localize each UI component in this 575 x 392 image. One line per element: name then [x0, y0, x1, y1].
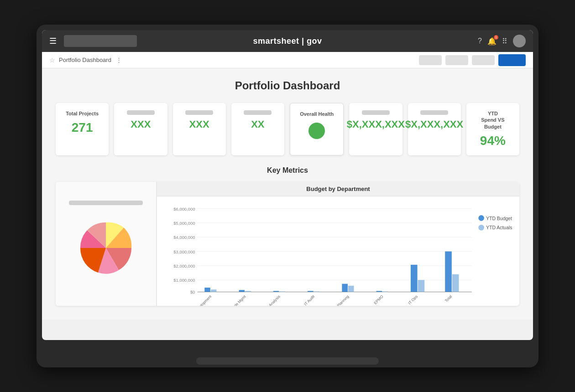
card-value-4: $X,XXX,XXX — [347, 119, 405, 130]
card-spend-1: $X,XXX,XXX — [349, 103, 402, 155]
apps-icon[interactable]: ⠿ — [502, 37, 507, 46]
card-placeholder-3 — [244, 110, 272, 115]
card-overall-health: Overall Health — [290, 103, 344, 155]
x-label-itaudit: IT Audit — [303, 294, 315, 306]
x-label-total: Total — [444, 294, 453, 303]
view-pill-1[interactable] — [419, 55, 442, 65]
bar-itops-actuals — [418, 280, 425, 292]
card-placeholder-5 — [420, 110, 448, 115]
svg-text:$0: $0 — [190, 289, 195, 294]
bar-appdev-budget — [204, 288, 210, 292]
x-label-appdev: Application Development — [179, 294, 213, 306]
hamburger-icon[interactable]: ☰ — [49, 36, 57, 46]
svg-text:$5,000,000: $5,000,000 — [173, 221, 195, 226]
card-value-5: $X,XXX,XXX — [405, 119, 463, 130]
bar-epmo-budget — [376, 291, 382, 292]
notification-badge: 1 — [494, 35, 498, 40]
card-label-total-projects: Total Projects — [66, 110, 99, 117]
breadcrumb: Portfolio Dashboard — [59, 57, 111, 63]
x-label-itops: IT Ops — [407, 294, 418, 305]
bar-chart-svg: $6,000,000 $5,000,000 $4,000,000 $3,000,… — [164, 204, 512, 306]
x-label-sys: Systems Analysis — [257, 294, 281, 306]
screen: ☰ smartsheet | gov ? 🔔 1 ⠿ ☆ Portfolio D… — [42, 30, 533, 340]
bar-itops-budget — [411, 265, 418, 292]
card-placeholder-4 — [362, 110, 390, 115]
svg-text:$1,000,000: $1,000,000 — [173, 278, 195, 283]
metrics-row: Total Projects 271 XXX XXX XX — [56, 103, 519, 155]
legend-budget-label: YTD Budget — [486, 216, 512, 221]
card-total-projects: Total Projects 271 — [56, 103, 109, 155]
monitor-stand-area — [42, 340, 533, 367]
bar-chart-title: Budget by Department — [157, 182, 519, 196]
topbar: ☰ smartsheet | gov ? 🔔 1 ⠿ — [42, 30, 533, 52]
pie-chart — [74, 216, 138, 280]
svg-text:$2,000,000: $2,000,000 — [173, 263, 195, 268]
bar-itaudit-budget — [308, 291, 314, 292]
page-title: Portfolio Dashboard — [56, 79, 519, 92]
card-placeholder-1 — [127, 110, 155, 115]
bar-appdev-actuals — [211, 289, 217, 292]
action-button[interactable] — [498, 54, 526, 66]
star-icon[interactable]: ☆ — [49, 57, 55, 64]
svg-text:$6,000,000: $6,000,000 — [173, 206, 195, 211]
card-spend-2: $X,XXX,XXX — [408, 103, 461, 155]
x-label-epmo: EPMO — [373, 294, 384, 305]
chart-right-panel: Budget by Department $6,000,000 $5,000,0… — [156, 182, 519, 306]
view-pill-3[interactable] — [472, 55, 495, 65]
stand-base — [196, 357, 379, 365]
bar-epmo-actuals — [382, 291, 388, 292]
bar-total-actuals — [452, 274, 459, 292]
svg-text:$3,000,000: $3,000,000 — [173, 249, 195, 254]
bar-total-budget — [445, 251, 452, 292]
card-label-ytd: YTD Spend VS Budget — [476, 110, 510, 130]
notification-icon[interactable]: 🔔 1 — [487, 37, 497, 46]
bar-strat-actuals — [348, 286, 354, 292]
health-indicator — [308, 123, 325, 139]
card-value-total-projects: 271 — [72, 120, 93, 135]
brand-logo: smartsheet | gov — [253, 36, 322, 46]
charts-area: Budget by Department $6,000,000 $5,000,0… — [56, 182, 519, 306]
monitor-frame: ☰ smartsheet | gov ? 🔔 1 ⠿ ☆ Portfolio D… — [37, 25, 538, 367]
card-value-1: XXX — [131, 119, 151, 130]
svg-text:$4,000,000: $4,000,000 — [173, 235, 195, 240]
x-label-alm: Application Lifecycle Mgmt — [212, 294, 247, 306]
chart-left-placeholder — [69, 201, 143, 205]
legend-budget-icon — [478, 215, 484, 221]
bar-strat-budget — [342, 284, 348, 292]
card-placeholder-2 — [185, 110, 213, 115]
bar-alm-actuals — [245, 291, 251, 292]
view-pill-2[interactable] — [445, 55, 468, 65]
card-metric-2: XXX — [173, 103, 226, 155]
avatar[interactable] — [513, 35, 526, 47]
stand-post — [233, 340, 342, 358]
card-value-3: XX — [251, 119, 264, 130]
card-metric-1: XXX — [114, 103, 167, 155]
help-icon[interactable]: ? — [478, 37, 482, 45]
bar-chart-area: $6,000,000 $5,000,000 $4,000,000 $3,000,… — [157, 196, 519, 306]
bar-alm-budget — [239, 290, 245, 292]
legend-actuals-label: YTD Actuals — [486, 225, 512, 230]
brand-text: smartsheet | gov — [253, 36, 322, 46]
card-ytd-spend: YTD Spend VS Budget 94% — [466, 103, 519, 155]
card-label-overall-health: Overall Health — [300, 111, 334, 117]
search-bar[interactable] — [64, 35, 137, 47]
bar-sys-actuals — [279, 291, 285, 292]
key-metrics-title: Key Metrics — [56, 166, 519, 175]
card-value-2: XXX — [189, 119, 209, 130]
main-content: Portfolio Dashboard Total Projects 271 X… — [42, 68, 533, 320]
bar-itaudit-actuals — [314, 291, 320, 292]
bar-sys-budget — [273, 291, 279, 292]
legend-actuals-icon — [478, 225, 484, 231]
x-label-strat: Strategic Planning — [324, 294, 350, 306]
card-value-ytd: 94% — [480, 134, 506, 148]
card-metric-3: XX — [231, 103, 284, 155]
secondbar: ☆ Portfolio Dashboard ⋮ — [42, 52, 533, 68]
options-icon[interactable]: ⋮ — [116, 57, 122, 63]
chart-left-panel — [56, 182, 156, 306]
